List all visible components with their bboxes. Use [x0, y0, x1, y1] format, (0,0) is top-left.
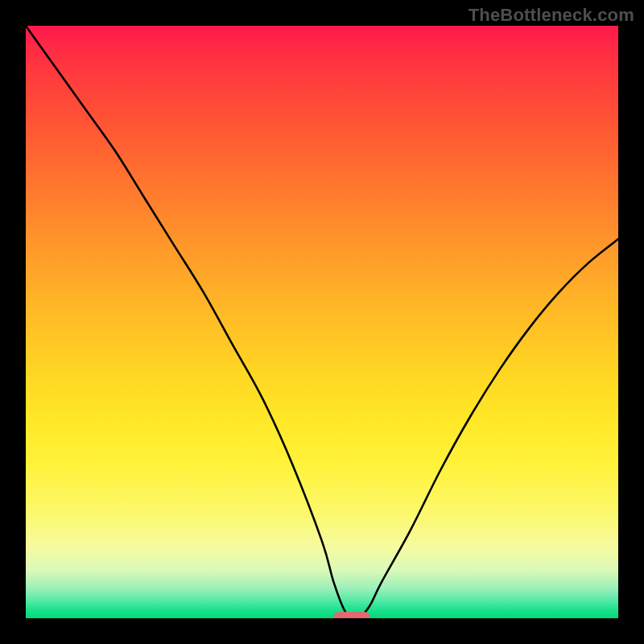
bottleneck-curve [26, 26, 618, 618]
optimum-marker [333, 612, 370, 618]
watermark-text: TheBottleneck.com [469, 5, 634, 26]
plot-area [26, 26, 618, 618]
chart-frame: TheBottleneck.com [0, 0, 644, 644]
